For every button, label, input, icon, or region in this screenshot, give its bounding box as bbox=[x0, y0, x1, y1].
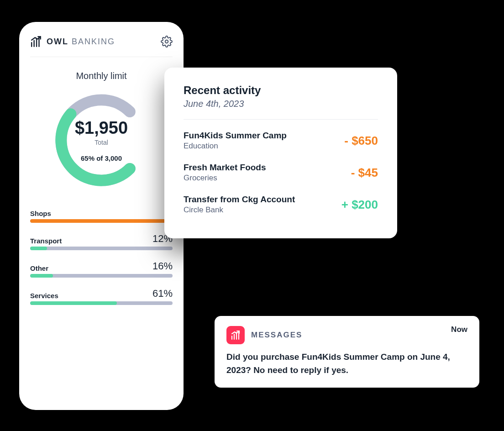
categories-list: Shops 9 Transport 12% Other 16% Services bbox=[30, 205, 173, 305]
activity-divider bbox=[184, 119, 378, 120]
category-name: Services bbox=[30, 292, 58, 300]
chart-up-icon bbox=[30, 36, 42, 47]
activity-item-sub: Groceries bbox=[184, 173, 266, 183]
category-name: Shops bbox=[30, 210, 51, 217]
category-name: Other bbox=[30, 264, 48, 272]
notification-body: Did you purchase Fun4Kids Summer Camp on… bbox=[226, 351, 467, 377]
activity-title: Recent activity bbox=[184, 84, 378, 97]
activity-item-title: Fun4Kids Summer Camp bbox=[184, 131, 287, 141]
category-bar-fill bbox=[30, 247, 47, 250]
category-row[interactable]: Shops 9 bbox=[30, 205, 173, 223]
brand-bold: OWL bbox=[47, 37, 68, 46]
category-row[interactable]: Other 16% bbox=[30, 260, 173, 278]
gauge-center: $1,950 Total 65% of 3,000 bbox=[49, 88, 154, 193]
phone-card: OWL BANKING Monthly limit bbox=[19, 22, 184, 410]
notification-time: Now bbox=[451, 325, 467, 334]
category-bar-fill bbox=[30, 274, 53, 278]
gauge-amount: $1,950 bbox=[75, 118, 128, 138]
category-name: Transport bbox=[30, 237, 62, 245]
brand: OWL BANKING bbox=[30, 36, 115, 47]
activity-item-title: Fresh Market Foods bbox=[184, 163, 266, 173]
category-bar bbox=[30, 219, 173, 223]
gear-icon[interactable] bbox=[161, 36, 173, 47]
activity-item-amount: + $200 bbox=[341, 198, 378, 212]
gauge-pct-line: 65% of 3,000 bbox=[81, 154, 122, 162]
category-percent: 61% bbox=[152, 288, 173, 300]
category-percent: 16% bbox=[152, 260, 173, 272]
activity-item-title: Transfer from Ckg Account bbox=[184, 194, 295, 205]
activity-item-sub: Circle Bank bbox=[184, 205, 295, 215]
activity-item-sub: Education bbox=[184, 142, 287, 151]
activity-card: Recent activity June 4th, 2023 Fun4Kids … bbox=[164, 68, 397, 238]
category-row[interactable]: Transport 12% bbox=[30, 233, 173, 250]
messages-app-icon bbox=[226, 326, 245, 344]
category-bar-fill bbox=[30, 219, 165, 223]
activity-item-amount: - $650 bbox=[344, 134, 378, 148]
gauge-total-label: Total bbox=[94, 139, 108, 146]
activity-date: June 4th, 2023 bbox=[184, 99, 378, 109]
limit-section: Monthly limit $1,950 Total 65% of 3,000 … bbox=[30, 57, 173, 305]
notification-card[interactable]: MESSAGES Now Did you purchase Fun4Kids S… bbox=[215, 316, 479, 388]
category-row[interactable]: Services 61% bbox=[30, 288, 173, 305]
category-bar bbox=[30, 301, 173, 305]
category-bar bbox=[30, 274, 173, 278]
activity-item-amount: - $45 bbox=[351, 166, 378, 180]
svg-point-0 bbox=[165, 40, 168, 43]
category-bar-fill bbox=[30, 301, 117, 305]
brand-light: BANKING bbox=[72, 37, 115, 46]
limit-title: Monthly limit bbox=[30, 71, 173, 81]
notification-header: MESSAGES Now bbox=[226, 326, 467, 344]
activity-items: Fun4Kids Summer Camp Education - $650 Fr… bbox=[184, 131, 378, 215]
activity-item[interactable]: Transfer from Ckg Account Circle Bank + … bbox=[184, 194, 378, 215]
activity-item[interactable]: Fun4Kids Summer Camp Education - $650 bbox=[184, 131, 378, 151]
notification-label: MESSAGES bbox=[251, 331, 302, 340]
phone-header: OWL BANKING bbox=[30, 36, 173, 57]
activity-item[interactable]: Fresh Market Foods Groceries - $45 bbox=[184, 163, 378, 183]
brand-text: OWL BANKING bbox=[47, 37, 115, 47]
limit-gauge: $1,950 Total 65% of 3,000 bbox=[49, 88, 154, 193]
category-bar bbox=[30, 247, 173, 250]
